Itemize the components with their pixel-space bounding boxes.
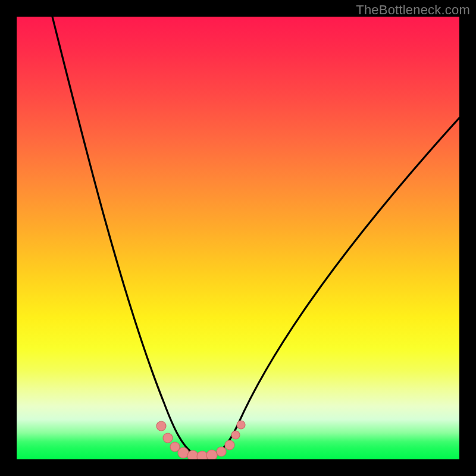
marker [231, 431, 240, 439]
bottleneck-curve [52, 17, 459, 456]
marker [197, 451, 208, 459]
marker [237, 421, 245, 429]
marker [206, 450, 217, 459]
marker [217, 447, 226, 456]
marker [156, 421, 166, 431]
marker [178, 447, 189, 458]
marker [187, 450, 198, 459]
bottleneck-curve-plot [17, 17, 459, 459]
valley-markers [156, 421, 245, 459]
watermark-text: TheBottleneck.com [356, 2, 470, 18]
marker [225, 440, 234, 450]
chart-frame: TheBottleneck.com [0, 0, 476, 476]
marker [163, 433, 173, 443]
